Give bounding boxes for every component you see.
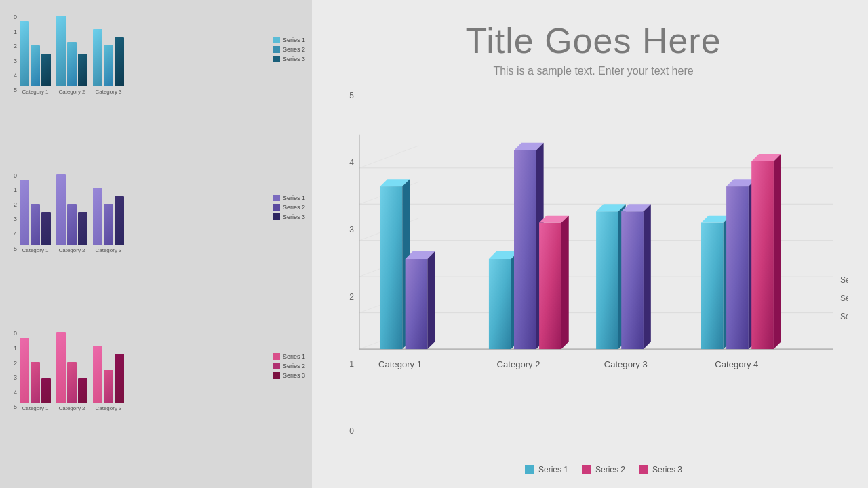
mini-y-axis-2: 543210 bbox=[14, 172, 20, 253]
right-legend-s2: Series 2 bbox=[840, 293, 848, 303]
mini-cat-label: Category 3 bbox=[95, 247, 121, 253]
mini-cat-label: Category 2 bbox=[58, 405, 85, 411]
svg-rect-41 bbox=[751, 161, 774, 349]
bar-cat2-s2 bbox=[514, 143, 544, 349]
mini-bars-3: Category 1 Category 2 bbox=[20, 330, 267, 411]
svg-rect-32 bbox=[621, 211, 644, 349]
mini-cat-3-1: Category 1 bbox=[20, 338, 51, 411]
main-chart-legend: Series 1 Series 2 Series 3 bbox=[339, 465, 848, 474]
mini-cat-label: Category 1 bbox=[22, 405, 48, 411]
svg-rect-26 bbox=[539, 223, 561, 350]
mini-legend-item: Series 3 bbox=[273, 214, 305, 220]
mini-cat-1-3: Category 3 bbox=[93, 29, 124, 95]
x-label-cat4: Category 4 bbox=[715, 359, 758, 369]
svg-rect-14 bbox=[380, 186, 403, 349]
svg-marker-19 bbox=[427, 251, 435, 349]
mini-legend-item: Series 2 bbox=[273, 46, 305, 53]
bar-cat3-s2 bbox=[621, 204, 651, 349]
mini-cat-label: Category 1 bbox=[22, 247, 48, 253]
svg-marker-43 bbox=[774, 154, 781, 349]
mini-legend-1: Series 1 Series 2 Series 3 bbox=[273, 14, 305, 95]
bar-cat4-s3 bbox=[751, 154, 781, 349]
page-subtitle: This is a sample text. Enter your text h… bbox=[339, 65, 848, 77]
mini-cat-2-3: Category 3 bbox=[93, 188, 124, 253]
mini-legend-item: Series 1 bbox=[273, 195, 305, 201]
bar-cat1-s1 bbox=[380, 179, 410, 349]
mini-cat-label: Category 2 bbox=[58, 247, 85, 253]
left-panel: 543210 Category 1 bbox=[0, 0, 312, 488]
legend-series1: Series 1 bbox=[525, 465, 568, 474]
svg-rect-23 bbox=[514, 150, 536, 349]
mini-chart-2: 543210 Category 1 bbox=[14, 165, 305, 323]
mini-y-axis-3: 543210 bbox=[14, 330, 20, 411]
legend-series3: Series 3 bbox=[639, 465, 682, 474]
mini-cat-2-1: Category 1 bbox=[20, 180, 51, 253]
mini-legend-3: Series 1 Series 2 Series 3 bbox=[273, 330, 305, 411]
svg-marker-34 bbox=[644, 204, 651, 349]
mini-cat-1-1: Category 1 bbox=[20, 21, 51, 95]
right-panel: Title Goes Here This is a sample text. E… bbox=[312, 0, 868, 488]
x-label-cat2: Category 2 bbox=[497, 359, 540, 369]
svg-marker-28 bbox=[561, 216, 569, 349]
svg-rect-35 bbox=[701, 223, 724, 350]
mini-legend-2: Series 1 Series 2 Series 3 bbox=[273, 172, 305, 253]
page-title: Title Goes Here bbox=[339, 20, 848, 61]
main-chart-svg: Category 1 Category 2 Category 3 Categor… bbox=[359, 91, 848, 460]
x-label-cat1: Category 1 bbox=[378, 359, 422, 369]
mini-cat-label: Category 3 bbox=[95, 405, 121, 411]
mini-cat-label: Category 2 bbox=[58, 89, 85, 95]
x-label-cat3: Category 3 bbox=[604, 359, 648, 369]
mini-legend-item: Series 3 bbox=[273, 56, 305, 62]
mini-legend-item: Series 1 bbox=[273, 37, 305, 43]
mini-bars-1: Category 1 Category 2 bbox=[20, 14, 267, 95]
mini-cat-label: Category 3 bbox=[95, 89, 121, 95]
mini-cat-3-2: Category 2 bbox=[56, 332, 87, 411]
svg-line-11 bbox=[359, 146, 418, 168]
right-legend-s3: Series 3 bbox=[840, 275, 848, 285]
mini-bars-2: Category 1 Category 2 bbox=[20, 172, 267, 253]
mini-cat-3-3: Category 3 bbox=[93, 346, 124, 411]
svg-rect-20 bbox=[489, 259, 511, 349]
mini-legend-item: Series 2 bbox=[273, 204, 305, 211]
mini-y-axis-1: 543210 bbox=[14, 14, 20, 95]
right-legend-s1: Series 1 bbox=[840, 312, 848, 321]
title-section: Title Goes Here This is a sample text. E… bbox=[339, 20, 848, 77]
mini-cat-label: Category 1 bbox=[22, 89, 48, 95]
mini-legend-item: Series 1 bbox=[273, 353, 305, 360]
svg-rect-29 bbox=[596, 211, 618, 349]
main-y-axis: 012345 bbox=[339, 91, 359, 460]
bar-cat1-s2 bbox=[406, 251, 435, 349]
legend-series2: Series 2 bbox=[582, 465, 625, 474]
bar-cat2-s3 bbox=[539, 216, 569, 349]
svg-rect-17 bbox=[406, 259, 428, 349]
svg-rect-38 bbox=[726, 186, 749, 349]
mini-legend-item: Series 3 bbox=[273, 372, 305, 379]
mini-cat-2-2: Category 2 bbox=[56, 174, 87, 253]
mini-cat-1-2: Category 2 bbox=[56, 16, 87, 95]
mini-legend-item: Series 2 bbox=[273, 363, 305, 369]
mini-chart-1: 543210 Category 1 bbox=[14, 14, 305, 165]
mini-chart-3: 543210 Category 1 bbox=[14, 323, 305, 481]
